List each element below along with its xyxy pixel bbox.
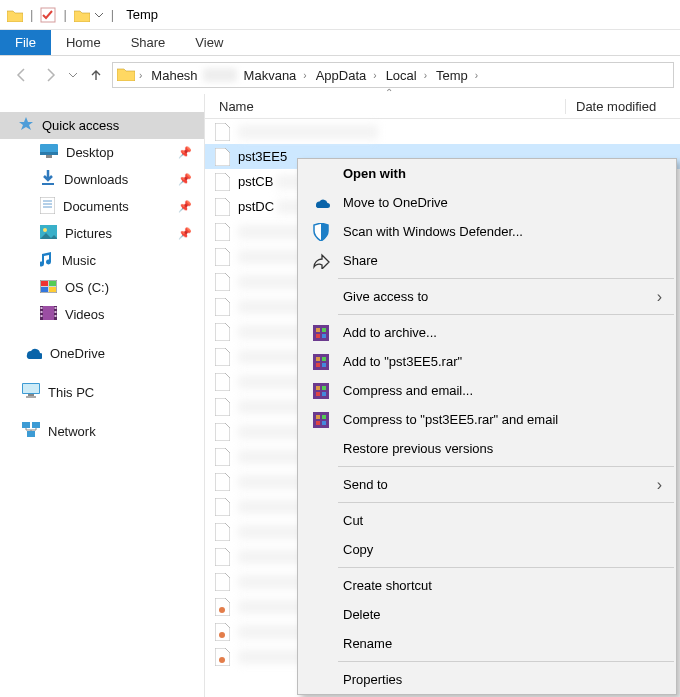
- winrar-icon: [311, 352, 331, 372]
- file-icon: [213, 596, 231, 618]
- menu-scan-defender[interactable]: Scan with Windows Defender...: [298, 217, 676, 246]
- chevron-right-icon[interactable]: ›: [422, 70, 429, 81]
- chevron-right-icon[interactable]: ›: [473, 70, 480, 81]
- chevron-right-icon[interactable]: ›: [301, 70, 308, 81]
- column-date[interactable]: Date modified: [565, 99, 680, 114]
- sidebar-documents[interactable]: Documents 📌: [0, 193, 204, 220]
- sidebar-label: This PC: [48, 385, 94, 400]
- tab-share[interactable]: Share: [116, 30, 181, 55]
- sidebar-os-drive[interactable]: OS (C:): [0, 274, 204, 301]
- file-icon: [213, 521, 231, 543]
- menu-label: Give access to: [343, 289, 645, 304]
- menu-label: Scan with Windows Defender...: [343, 224, 676, 239]
- menu-restore[interactable]: Restore previous versions: [298, 434, 676, 463]
- svg-point-34: [219, 657, 225, 663]
- navigation-bar: › Mahesh Makvana › AppData › Local › Tem…: [0, 56, 680, 94]
- column-name[interactable]: Name: [205, 99, 565, 114]
- breadcrumb-item[interactable]: Local: [379, 68, 422, 83]
- svg-rect-44: [322, 363, 326, 367]
- sidebar-pictures[interactable]: Pictures 📌: [0, 220, 204, 247]
- chevron-right-icon[interactable]: ›: [137, 70, 144, 81]
- menu-rename[interactable]: Rename: [298, 629, 676, 658]
- tab-file[interactable]: File: [0, 30, 51, 55]
- svg-rect-19: [41, 307, 43, 309]
- menu-label: Open with: [343, 166, 676, 181]
- svg-rect-51: [316, 415, 320, 419]
- menu-give-access[interactable]: Give access to›: [298, 282, 676, 311]
- svg-rect-47: [322, 386, 326, 390]
- separator: |: [107, 7, 118, 22]
- forward-button[interactable]: [38, 63, 62, 87]
- svg-rect-31: [27, 431, 35, 437]
- sidebar-videos[interactable]: Videos: [0, 301, 204, 328]
- svg-rect-46: [316, 386, 320, 390]
- file-icon: [213, 221, 231, 243]
- breadcrumb-item[interactable]: AppData: [309, 68, 372, 83]
- svg-rect-14: [41, 287, 48, 292]
- breadcrumb-bar[interactable]: › Mahesh Makvana › AppData › Local › Tem…: [112, 62, 674, 88]
- svg-rect-5: [40, 197, 55, 214]
- breadcrumb-item[interactable]: Temp: [429, 68, 473, 83]
- file-icon: [213, 396, 231, 418]
- menu-label: Add to archive...: [343, 325, 676, 340]
- sidebar-label: Pictures: [65, 226, 112, 241]
- file-icon: [213, 496, 231, 518]
- menu-compress-email[interactable]: Compress and email...: [298, 376, 676, 405]
- sidebar-this-pc[interactable]: This PC: [0, 379, 204, 406]
- svg-point-32: [219, 607, 225, 613]
- pin-icon: 📌: [178, 146, 192, 159]
- menu-move-onedrive[interactable]: Move to OneDrive: [298, 188, 676, 217]
- chevron-down-icon[interactable]: [93, 6, 105, 24]
- menu-properties[interactable]: Properties: [298, 665, 676, 694]
- sidebar-onedrive[interactable]: OneDrive: [0, 340, 204, 367]
- menu-copy[interactable]: Copy: [298, 535, 676, 564]
- back-button[interactable]: [10, 63, 34, 87]
- onedrive-icon: [22, 346, 42, 362]
- menu-delete[interactable]: Delete: [298, 600, 676, 629]
- collapse-ribbon-icon[interactable]: ⌃: [385, 87, 393, 98]
- menu-compress-rar-email[interactable]: Compress to "pst3EE5.rar" and email: [298, 405, 676, 434]
- pin-icon: 📌: [178, 227, 192, 240]
- menu-label: Compress to "pst3EE5.rar" and email: [343, 412, 676, 427]
- folder-icon[interactable]: [73, 6, 91, 24]
- menu-label: Add to "pst3EE5.rar": [343, 354, 676, 369]
- file-icon: [213, 471, 231, 493]
- file-row[interactable]: [205, 119, 680, 144]
- svg-rect-50: [313, 412, 329, 428]
- menu-send-to[interactable]: Send to›: [298, 470, 676, 499]
- videos-icon: [40, 306, 57, 323]
- menu-separator: [338, 567, 674, 568]
- sidebar-network[interactable]: Network: [0, 418, 204, 445]
- svg-rect-49: [322, 392, 326, 396]
- svg-point-33: [219, 632, 225, 638]
- breadcrumb-item[interactable]: Mahesh: [144, 68, 202, 83]
- svg-rect-37: [322, 328, 326, 332]
- properties-check-icon[interactable]: [39, 6, 57, 24]
- sidebar-label: OS (C:): [65, 280, 109, 295]
- menu-open-with[interactable]: Open with: [298, 159, 676, 188]
- chevron-right-icon[interactable]: ›: [371, 70, 378, 81]
- pin-icon: 📌: [178, 200, 192, 213]
- sidebar-quick-access[interactable]: Quick access: [0, 112, 204, 139]
- sidebar-music[interactable]: Music: [0, 247, 204, 274]
- sidebar-desktop[interactable]: Desktop 📌: [0, 139, 204, 166]
- svg-rect-29: [22, 422, 30, 428]
- menu-share[interactable]: Share: [298, 246, 676, 275]
- menu-create-shortcut[interactable]: Create shortcut: [298, 571, 676, 600]
- svg-rect-24: [55, 315, 57, 317]
- menu-cut[interactable]: Cut: [298, 506, 676, 535]
- svg-rect-22: [55, 307, 57, 309]
- breadcrumb-item[interactable]: Makvana: [237, 68, 302, 83]
- up-button[interactable]: [84, 63, 108, 87]
- music-icon: [40, 251, 54, 270]
- pin-icon: 📌: [178, 173, 192, 186]
- recent-locations-button[interactable]: [66, 63, 80, 87]
- menu-add-archive[interactable]: Add to archive...: [298, 318, 676, 347]
- svg-rect-13: [49, 281, 56, 286]
- tab-home[interactable]: Home: [51, 30, 116, 55]
- sidebar-downloads[interactable]: Downloads 📌: [0, 166, 204, 193]
- menu-add-rar[interactable]: Add to "pst3EE5.rar": [298, 347, 676, 376]
- tab-view[interactable]: View: [180, 30, 238, 55]
- separator: |: [26, 7, 37, 22]
- column-headers: Name Date modified: [205, 94, 680, 119]
